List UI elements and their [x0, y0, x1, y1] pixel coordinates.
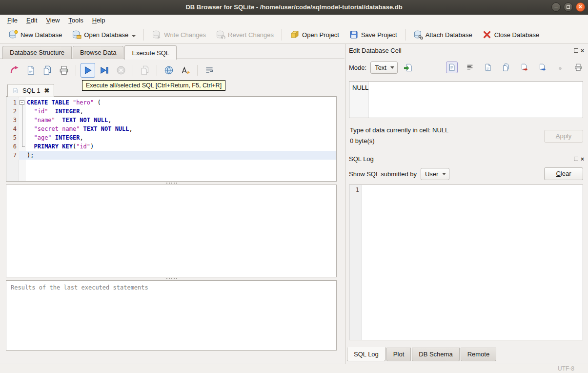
save-project-button[interactable]: Save Project — [345, 27, 402, 42]
window-controls: – × — [551, 2, 585, 12]
open-database-icon — [72, 30, 81, 40]
mode-value: Text — [375, 64, 386, 71]
execute-all-button[interactable] — [81, 63, 95, 78]
line-number: 7 — [6, 151, 19, 160]
save-results-icon — [140, 65, 150, 76]
toolbar-separator — [282, 29, 282, 41]
attach-database-button[interactable]: Attach Database — [409, 27, 477, 42]
clear-log-button[interactable]: Clear — [544, 167, 583, 180]
revert-changes-button: Revert Changes — [211, 27, 278, 42]
sql-log-view[interactable]: 1 — [349, 185, 583, 340]
dock-tab-sql-log[interactable]: SQL Log — [347, 347, 385, 361]
cell-word-wrap-button[interactable] — [464, 62, 476, 73]
dock-tab-remote[interactable]: Remote — [461, 348, 497, 361]
import-data-button[interactable] — [402, 61, 415, 74]
word-wrap-button[interactable] — [202, 63, 217, 78]
submitter-value: User — [425, 170, 438, 178]
dropdown-caret-icon[interactable] — [132, 35, 136, 37]
auto-format-button[interactable] — [178, 63, 193, 78]
dock-tab-plot[interactable]: Plot — [386, 348, 411, 361]
editor-line-3[interactable]: 3 "name" TEXT NOT NULL, — [6, 116, 336, 124]
duplicate-cell-button[interactable] — [500, 62, 512, 73]
text-mode-button[interactable] — [446, 62, 458, 73]
chevron-down-icon — [390, 66, 394, 69]
dock-close-icon[interactable]: × — [581, 48, 584, 53]
execute-current-line-button[interactable] — [97, 63, 112, 78]
print-sql-icon — [59, 65, 69, 76]
close-database-label: Close Database — [494, 31, 540, 39]
open-project-button[interactable]: Open Project — [285, 27, 344, 42]
tab-execute-sql[interactable]: Execute SQL — [124, 45, 177, 60]
line-number: 5 — [6, 133, 19, 142]
sql-log-title: SQL Log — [349, 155, 374, 163]
open-sql-file-button[interactable] — [7, 63, 21, 78]
open-project-label: Open Project — [302, 31, 339, 39]
export-cell-button[interactable] — [518, 62, 530, 73]
tab-database-structure[interactable]: Database Structure — [2, 46, 72, 59]
close-button[interactable]: × — [576, 2, 585, 12]
save-project-label: Save Project — [361, 31, 397, 39]
set-null-button — [554, 62, 566, 73]
save-sql-file-button[interactable] — [23, 63, 38, 78]
minimize-button[interactable]: – — [551, 2, 561, 12]
sql-tab[interactable]: SQL 1 ✖ — [7, 84, 54, 97]
dock-tab-db-schema[interactable]: DB Schema — [412, 348, 459, 361]
menu-edit[interactable]: Edit — [22, 15, 41, 25]
editor-line-4[interactable]: 4 "secret_name" TEXT NOT NULL, — [6, 124, 336, 133]
editor-lines: 1−CREATE TABLE "hero" (2 "id" INTEGER,3 … — [6, 97, 336, 160]
close-database-button[interactable]: Close Database — [478, 27, 544, 42]
fold-minus-box[interactable]: − — [20, 100, 24, 105]
save-sql-file-as-button[interactable] — [40, 63, 55, 78]
toolbar-separator — [76, 65, 76, 76]
text-mode-icon — [447, 63, 456, 72]
dock-float-icon[interactable] — [574, 157, 578, 161]
editor-line-2[interactable]: 2 "id" INTEGER, — [6, 107, 336, 116]
toolbar-separator — [197, 65, 198, 76]
sql-log-filter-row: Show SQL submitted by User Clear — [349, 167, 583, 181]
editor-line-7[interactable]: 7); — [6, 151, 336, 160]
edit-cell-toolbar: Mode: Text — [349, 60, 584, 75]
write-changes-button: Write Changes — [147, 27, 210, 42]
print-sql-button[interactable] — [57, 63, 71, 78]
sql-tab-label: SQL 1 — [22, 87, 40, 94]
code-text: ); — [26, 151, 336, 160]
sql-editor[interactable]: 1−CREATE TABLE "hero" (2 "id" INTEGER,3 … — [6, 97, 337, 182]
editor-line-1[interactable]: 1−CREATE TABLE "hero" ( — [6, 98, 336, 107]
dock-close-icon[interactable]: × — [581, 157, 584, 162]
copy-cell-button[interactable] — [482, 62, 494, 73]
mode-select[interactable]: Text — [370, 62, 398, 74]
code-text: "id" INTEGER, — [26, 107, 336, 116]
print-cell-button[interactable] — [572, 62, 584, 73]
new-database-label: New Database — [20, 31, 62, 39]
find-replace-button[interactable] — [162, 63, 176, 78]
cell-editor[interactable]: NULL — [349, 81, 583, 118]
open-database-button[interactable]: Open Database — [67, 27, 140, 42]
dock-float-icon[interactable] — [574, 48, 578, 53]
open-sql-file-icon — [9, 65, 20, 76]
tab-browse-data[interactable]: Browse Data — [73, 46, 123, 59]
submitter-select[interactable]: User — [421, 168, 449, 180]
menu-tools[interactable]: Tools — [64, 15, 87, 25]
maximize-button[interactable] — [564, 2, 573, 12]
editor-line-5[interactable]: 5 "age" INTEGER, — [6, 133, 336, 142]
fold-collapse-icon[interactable]: − — [19, 98, 26, 107]
code-text: "name" TEXT NOT NULL, — [26, 116, 336, 124]
menu-help[interactable]: Help — [88, 15, 110, 25]
menu-file[interactable]: File — [3, 15, 22, 25]
save-sql-file-as-icon — [42, 65, 53, 76]
edit-cell-title: Edit Database Cell — [349, 47, 402, 54]
import-cell-button[interactable] — [536, 62, 548, 73]
code-text: CREATE TABLE "hero" ( — [26, 98, 336, 107]
print-cell-icon — [574, 63, 583, 72]
fold-guide — [19, 151, 26, 160]
log-line-number: 1 — [349, 185, 362, 340]
editor-line-6[interactable]: 6 PRIMARY KEY("id") — [6, 142, 336, 151]
cell-type-info: Type of data currently in cell: NULL — [350, 126, 448, 134]
apply-button: Apply — [544, 130, 583, 143]
code-text: "age" INTEGER, — [26, 133, 336, 142]
copy-cell-icon — [484, 63, 492, 72]
new-database-button[interactable]: New Database — [4, 27, 66, 42]
sql-tab-close-icon[interactable]: ✖ — [44, 87, 49, 94]
edit-cell-header: Edit Database Cell × — [349, 47, 584, 54]
menu-view[interactable]: View — [41, 15, 64, 25]
